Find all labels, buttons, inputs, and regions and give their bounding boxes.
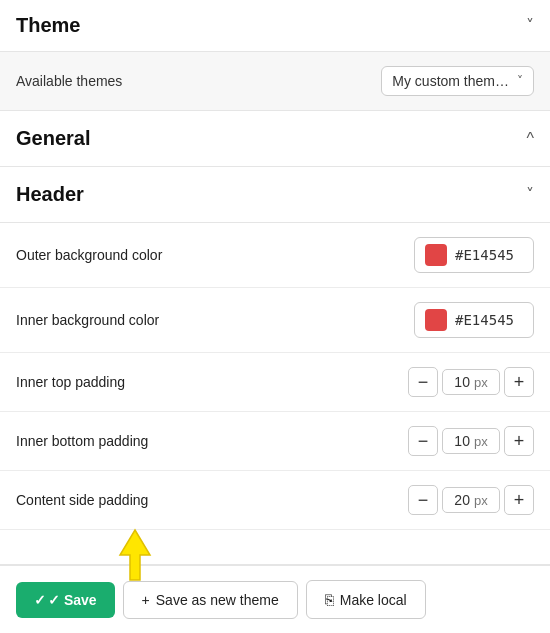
table-row: Inner top padding−10px+ bbox=[0, 353, 550, 412]
number-value-box: 10px bbox=[442, 428, 500, 454]
make-local-label: Make local bbox=[340, 592, 407, 608]
decrement-button[interactable]: − bbox=[408, 367, 438, 397]
theme-select-dropdown[interactable]: My custom them… ˅ bbox=[381, 66, 534, 96]
color-input-box[interactable]: #E14545 bbox=[414, 237, 534, 273]
color-hex-value: #E14545 bbox=[455, 312, 514, 328]
save-new-label: Save as new theme bbox=[156, 592, 279, 608]
selected-theme-label: My custom them… bbox=[392, 73, 509, 89]
general-section-title: General bbox=[16, 127, 90, 150]
table-row: Inner bottom padding−10px+ bbox=[0, 412, 550, 471]
increment-button[interactable]: + bbox=[504, 485, 534, 515]
number-unit: px bbox=[474, 493, 488, 508]
color-swatch bbox=[425, 309, 447, 331]
number-unit: px bbox=[474, 375, 488, 390]
number-value-box: 10px bbox=[442, 369, 500, 395]
save-button[interactable]: ✓ ✓ Save bbox=[16, 582, 115, 618]
make-local-button[interactable]: ⎘ Make local bbox=[306, 580, 426, 619]
settings-rows: Outer background color#E14545Inner backg… bbox=[0, 223, 550, 564]
available-themes-row: Available themes My custom them… ˅ bbox=[0, 52, 550, 111]
save-as-new-theme-button[interactable]: + Save as new theme bbox=[123, 581, 298, 619]
setting-label: Inner top padding bbox=[16, 374, 125, 390]
number-input-box: −20px+ bbox=[408, 485, 534, 515]
number-value-box: 20px bbox=[442, 487, 500, 513]
bottom-bar: ✓ ✓ Save + Save as new theme ⎘ Make loca… bbox=[0, 564, 550, 633]
theme-section-title: Theme bbox=[16, 14, 80, 37]
theme-select-chevron-icon: ˅ bbox=[517, 74, 523, 88]
save-new-plus-icon: + bbox=[142, 592, 150, 608]
theme-section-header[interactable]: Theme ˅ bbox=[0, 0, 550, 52]
number-input-box: −10px+ bbox=[408, 426, 534, 456]
available-themes-label: Available themes bbox=[16, 73, 122, 89]
number-input-box: −10px+ bbox=[408, 367, 534, 397]
setting-label: Inner background color bbox=[16, 312, 159, 328]
table-row: Outer background color#E14545 bbox=[0, 223, 550, 288]
theme-chevron-icon: ˅ bbox=[526, 16, 534, 35]
header-chevron-icon: ˅ bbox=[526, 185, 534, 204]
color-hex-value: #E14545 bbox=[455, 247, 514, 263]
setting-label: Outer background color bbox=[16, 247, 162, 263]
make-local-file-icon: ⎘ bbox=[325, 591, 334, 608]
number-unit: px bbox=[474, 434, 488, 449]
number-value: 20 bbox=[454, 492, 470, 508]
save-check-icon: ✓ bbox=[34, 592, 46, 608]
setting-label: Inner bottom padding bbox=[16, 433, 148, 449]
save-button-label: ✓ Save bbox=[48, 592, 97, 608]
decrement-button[interactable]: − bbox=[408, 485, 438, 515]
increment-button[interactable]: + bbox=[504, 426, 534, 456]
decrement-button[interactable]: − bbox=[408, 426, 438, 456]
table-row: Content side padding−20px+ bbox=[0, 471, 550, 530]
number-value: 10 bbox=[454, 374, 470, 390]
header-section-title: Header bbox=[16, 183, 84, 206]
general-section-header[interactable]: General ^ bbox=[0, 111, 550, 167]
color-input-box[interactable]: #E14545 bbox=[414, 302, 534, 338]
general-chevron-icon: ^ bbox=[526, 130, 534, 148]
number-value: 10 bbox=[454, 433, 470, 449]
header-section-header[interactable]: Header ˅ bbox=[0, 167, 550, 223]
table-row: Inner background color#E14545 bbox=[0, 288, 550, 353]
setting-label: Content side padding bbox=[16, 492, 148, 508]
color-swatch bbox=[425, 244, 447, 266]
increment-button[interactable]: + bbox=[504, 367, 534, 397]
